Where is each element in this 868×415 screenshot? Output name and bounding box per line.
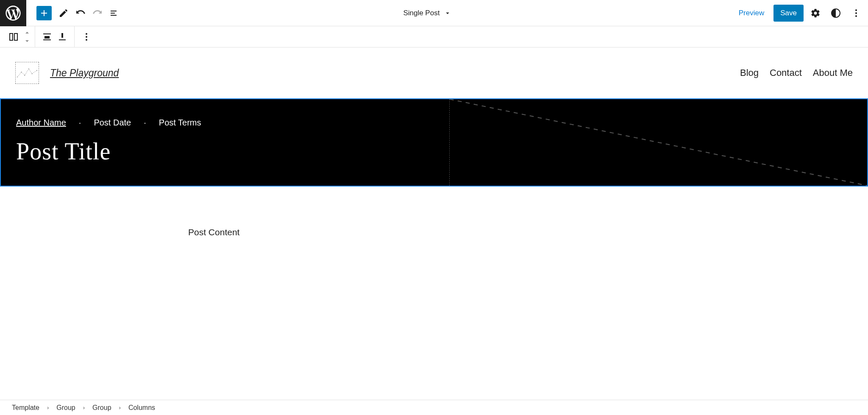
svg-point-12 — [86, 36, 87, 38]
preview-button[interactable]: Preview — [733, 6, 770, 21]
svg-rect-6 — [43, 33, 51, 34]
svg-point-14 — [17, 77, 18, 78]
vertical-align-button[interactable] — [55, 29, 70, 45]
nav-item-blog[interactable]: Blog — [740, 67, 759, 78]
site-header-left: The Playground — [15, 62, 119, 84]
pencil-icon — [58, 8, 69, 18]
list-view-icon — [109, 8, 120, 18]
selected-columns-block[interactable]: Author Name · Post Date · Post Terms Pos… — [0, 98, 868, 187]
document-title-text: Single Post — [403, 9, 440, 17]
chevron-down-icon — [444, 9, 451, 17]
styles-button[interactable] — [827, 5, 844, 22]
svg-point-11 — [86, 33, 87, 35]
site-logo-placeholder[interactable] — [15, 62, 39, 84]
align-button[interactable] — [39, 29, 55, 45]
editor-canvas: The Playground Blog Contact About Me Aut… — [0, 47, 868, 263]
post-author[interactable]: Author Name — [16, 118, 66, 128]
post-terms[interactable]: Post Terms — [159, 118, 201, 128]
site-header: The Playground Blog Contact About Me — [0, 47, 868, 98]
svg-rect-5 — [14, 33, 17, 40]
svg-point-13 — [86, 39, 87, 41]
svg-point-1 — [855, 9, 857, 11]
nav-item-contact[interactable]: Contact — [770, 67, 802, 78]
crumb-template[interactable]: Template — [12, 404, 39, 412]
vertical-align-bottom-icon — [57, 32, 67, 42]
chevron-up-icon — [24, 31, 31, 35]
document-overview-button[interactable] — [107, 6, 122, 21]
post-content[interactable]: Post Content — [188, 227, 868, 237]
more-vertical-icon — [81, 32, 92, 42]
more-vertical-icon — [851, 8, 861, 18]
editor-top-bar: Single Post Preview Save — [0, 0, 868, 26]
placeholder-chart-icon — [16, 62, 39, 84]
redo-icon — [92, 8, 103, 18]
more-options-button[interactable] — [848, 5, 865, 22]
block-more-button[interactable] — [79, 29, 94, 45]
crumb-group-2[interactable]: Group — [92, 404, 111, 412]
meta-separator: · — [144, 118, 146, 128]
chevron-down-icon — [24, 39, 31, 43]
meta-separator: · — [79, 118, 81, 128]
block-more-group — [75, 26, 98, 47]
post-meta-row: Author Name · Post Date · Post Terms — [16, 118, 434, 128]
svg-point-3 — [855, 15, 857, 17]
edit-tool-button[interactable] — [56, 6, 71, 21]
svg-line-20 — [450, 99, 868, 186]
post-date[interactable]: Post Date — [94, 118, 131, 128]
site-title[interactable]: The Playground — [50, 67, 119, 79]
wordpress-icon — [6, 6, 21, 21]
svg-point-19 — [36, 70, 37, 71]
crumb-columns[interactable]: Columns — [128, 404, 155, 412]
settings-button[interactable] — [807, 5, 824, 22]
block-breadcrumb: Template › Group › Group › Columns — [0, 400, 868, 415]
svg-rect-8 — [43, 39, 51, 40]
svg-rect-4 — [10, 33, 13, 40]
add-block-button[interactable] — [36, 6, 52, 20]
post-title[interactable]: Post Title — [16, 138, 434, 165]
top-right-tools: Preview Save — [733, 5, 868, 22]
crumb-separator: › — [83, 404, 85, 411]
svg-rect-7 — [45, 36, 50, 39]
svg-point-17 — [28, 68, 29, 69]
block-mover[interactable] — [24, 31, 31, 43]
crumb-separator: › — [47, 404, 49, 411]
column-right-image-placeholder[interactable] — [450, 99, 868, 186]
alignment-group — [35, 26, 75, 47]
post-content-area: Post Content — [0, 187, 868, 237]
svg-point-15 — [21, 72, 22, 72]
site-nav: Blog Contact About Me — [740, 67, 853, 78]
svg-point-2 — [855, 12, 857, 14]
undo-icon — [75, 8, 86, 18]
block-type-group — [0, 26, 35, 47]
plus-icon — [39, 8, 49, 18]
crumb-group[interactable]: Group — [56, 404, 75, 412]
undo-button[interactable] — [73, 6, 88, 21]
gear-icon — [810, 8, 821, 18]
image-placeholder-icon — [450, 99, 868, 186]
align-full-icon — [42, 32, 52, 42]
nav-item-about[interactable]: About Me — [813, 67, 853, 78]
svg-rect-9 — [61, 33, 63, 38]
block-toolbar — [0, 26, 868, 47]
crumb-separator: › — [119, 404, 121, 411]
svg-point-18 — [32, 73, 33, 74]
svg-rect-10 — [59, 39, 66, 40]
block-type-columns-button[interactable] — [6, 29, 21, 45]
top-left-tools — [26, 6, 122, 21]
redo-button[interactable] — [90, 6, 105, 21]
document-title[interactable]: Single Post — [122, 9, 733, 17]
columns-icon — [8, 32, 19, 42]
wp-home-button[interactable] — [0, 0, 26, 26]
contrast-icon — [831, 8, 841, 18]
svg-point-16 — [24, 75, 25, 76]
column-left[interactable]: Author Name · Post Date · Post Terms Pos… — [1, 99, 450, 186]
save-button[interactable]: Save — [773, 5, 804, 22]
